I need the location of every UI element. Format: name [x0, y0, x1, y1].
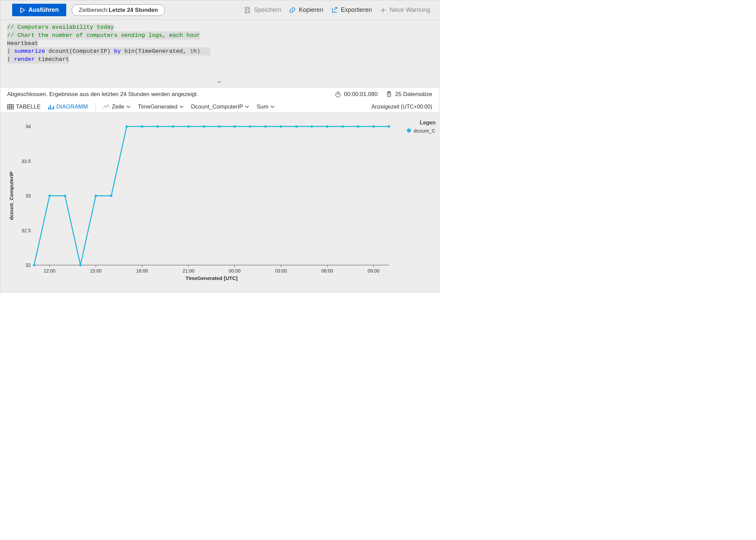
svg-text:32: 32	[25, 262, 31, 268]
svg-text:09:00: 09:00	[368, 268, 380, 274]
chart-panel: 3232.53333.53412:0015:0018:0021:0000:000…	[0, 113, 439, 292]
table-icon	[7, 104, 14, 110]
time-range-pill[interactable]: Zeitbereich: Letzte 24 Stunden	[72, 4, 165, 16]
svg-text:33.5: 33.5	[22, 158, 31, 164]
svg-text:33: 33	[25, 193, 31, 198]
run-button-label: Ausführen	[28, 6, 59, 14]
svg-point-46	[311, 125, 313, 127]
chart-type-value: Zeile	[112, 103, 124, 110]
copy-button[interactable]: Kopieren	[287, 5, 325, 15]
svg-text:03:00: 03:00	[275, 268, 287, 274]
svg-point-34	[125, 125, 128, 127]
svg-text:15:00: 15:00	[90, 268, 102, 274]
query-line-3: Heartbeat	[7, 40, 38, 48]
svg-point-35	[141, 125, 143, 127]
svg-text:dcount_ComputerIP: dcount_ComputerIP	[8, 171, 14, 220]
chart-area: 3232.53333.53412:0015:0018:0021:0000:000…	[7, 120, 404, 282]
y-axis-dropdown[interactable]: Dcount_ComputerIP	[191, 103, 249, 110]
new-alert-label: Neue Warnung	[390, 6, 430, 14]
svg-text:34: 34	[25, 124, 31, 129]
save-icon	[244, 6, 251, 14]
chevron-down-icon	[126, 105, 130, 108]
svg-point-41	[234, 125, 236, 127]
aggregation-dropdown[interactable]: Sum	[257, 103, 274, 110]
line-chart-icon	[103, 104, 110, 109]
svg-text:06:00: 06:00	[321, 268, 333, 274]
svg-text:12:00: 12:00	[44, 268, 55, 274]
svg-text:TimeGenerated [UTC]: TimeGenerated [UTC]	[186, 275, 238, 281]
x-axis-value: TimeGenerated	[138, 103, 177, 110]
svg-point-30	[64, 194, 66, 197]
svg-point-44	[280, 125, 282, 127]
query-line-1: // Computers availability today	[7, 23, 114, 31]
time-range-value: Letzte 24 Stunden	[109, 7, 158, 14]
legend-title: Legen	[407, 120, 436, 126]
plus-icon	[380, 6, 387, 14]
svg-point-38	[187, 125, 190, 127]
svg-point-29	[48, 194, 51, 197]
timezone-label: Anzeigezeit (UTC+00:00)	[371, 104, 432, 110]
export-icon	[331, 6, 338, 14]
resize-handle[interactable]: ⋯	[218, 78, 222, 87]
save-label: Speichern	[254, 6, 281, 14]
y-axis-value: Dcount_ComputerIP	[191, 103, 243, 110]
new-alert-button[interactable]: Neue Warnung	[377, 5, 432, 15]
query-editor[interactable]: // Computers availability today // Chart…	[0, 20, 439, 88]
query-line-5: | render timechart	[7, 55, 69, 64]
stopwatch-icon	[335, 91, 341, 98]
legend-item-label: dcount_Compu	[414, 128, 436, 134]
aggregation-value: Sum	[257, 103, 268, 110]
table-label: TABELLE	[16, 103, 41, 110]
status-text: Abgeschlossen. Ergebnisse aus den letzte…	[7, 91, 198, 98]
svg-point-49	[357, 125, 359, 127]
bar-chart-icon	[48, 104, 54, 110]
run-button[interactable]: Ausführen	[12, 4, 66, 16]
toolbar: Ausführen Zeitbereich: Letzte 24 Stunden…	[0, 0, 439, 20]
time-range-prefix: Zeitbereich:	[79, 7, 109, 14]
svg-text:18:00: 18:00	[136, 268, 148, 274]
save-button[interactable]: Speichern	[242, 5, 283, 15]
svg-point-40	[218, 125, 220, 127]
svg-text:00:00: 00:00	[229, 268, 241, 274]
link-icon	[289, 6, 296, 14]
legend-dot-icon	[407, 128, 411, 133]
status-duration: 00:00:01.080	[335, 91, 377, 98]
svg-point-28	[33, 264, 35, 266]
query-line-2: // Chart the number of computers sending…	[7, 31, 200, 40]
svg-point-42	[249, 125, 251, 127]
chart-svg: 3232.53333.53412:0015:0018:0021:0000:000…	[7, 120, 396, 282]
svg-text:32.5: 32.5	[22, 228, 31, 233]
svg-point-45	[295, 125, 298, 127]
clipboard-icon	[386, 91, 392, 98]
status-records: 25 Datensätze	[386, 91, 432, 98]
chart-legend: Legen dcount_Compu	[404, 120, 436, 282]
chevron-down-icon	[179, 105, 184, 108]
svg-point-51	[388, 125, 390, 127]
legend-item[interactable]: dcount_Compu	[407, 128, 436, 134]
svg-point-50	[372, 125, 375, 127]
export-label: Exportieren	[341, 6, 372, 14]
chevron-down-icon	[270, 105, 274, 108]
duration-value: 00:00:01.080	[344, 91, 377, 98]
view-bar: TABELLE DIAGRAMM Zeile TimeGenerated Dco…	[0, 101, 439, 113]
x-axis-dropdown[interactable]: TimeGenerated	[138, 103, 184, 110]
svg-point-37	[172, 125, 174, 127]
svg-point-39	[203, 125, 205, 127]
svg-marker-0	[21, 8, 25, 13]
chevron-down-icon	[245, 105, 249, 108]
svg-point-33	[110, 194, 113, 197]
copy-label: Kopieren	[299, 6, 323, 14]
chart-label: DIAGRAMM	[56, 103, 88, 110]
status-bar: Abgeschlossen. Ergebnisse aus den letzte…	[0, 88, 439, 101]
svg-point-48	[342, 125, 344, 127]
svg-text:21:00: 21:00	[182, 268, 194, 274]
tab-chart[interactable]: DIAGRAMM	[48, 103, 88, 110]
chart-type-dropdown[interactable]: Zeile	[103, 103, 130, 110]
svg-point-1	[336, 93, 340, 97]
svg-point-47	[326, 125, 328, 127]
query-line-4: | summarize dcount(ComputerIP) by bin(Ti…	[7, 47, 211, 55]
export-button[interactable]: Exportieren	[329, 5, 374, 15]
tab-table[interactable]: TABELLE	[7, 103, 41, 110]
svg-point-31	[79, 264, 81, 266]
svg-point-32	[95, 194, 97, 197]
